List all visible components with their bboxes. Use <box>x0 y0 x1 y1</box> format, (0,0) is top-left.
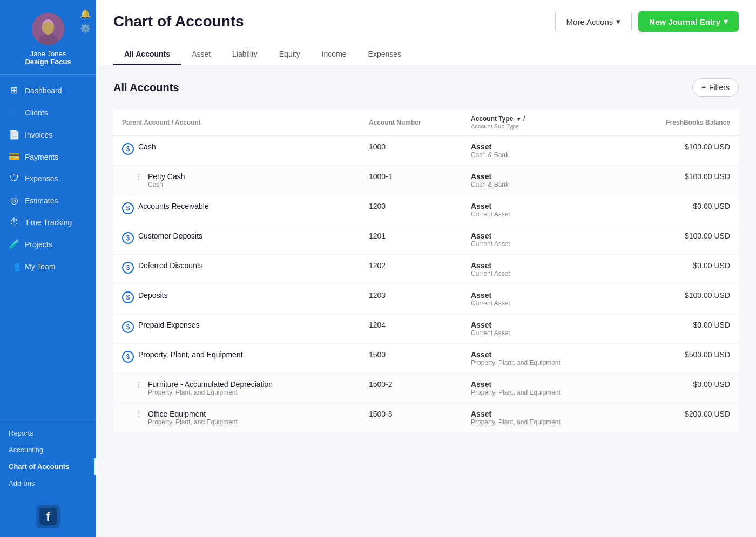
sub-account-connector-icon: ⋮ <box>135 380 143 389</box>
settings-icon[interactable]: ⚙️ <box>80 23 91 33</box>
header-top: Chart of Accounts More Actions ▾ New Jou… <box>113 11 739 42</box>
sidebar-item-label: Payments <box>25 153 58 161</box>
account-number-cell: 1500-3 <box>360 403 462 433</box>
sidebar-item-accounting[interactable]: Accounting <box>0 441 96 458</box>
account-cell: ⋮ Furniture - Accumulated Depreciation P… <box>113 373 360 403</box>
tab-asset[interactable]: Asset <box>181 44 221 65</box>
table-row: $ Cash 1000 Asset Cash & Bank $100.00 US… <box>113 136 739 166</box>
table-row: ⋮ Petty Cash Cash 1000-1 Asset Cash & Ba… <box>113 166 739 195</box>
col-number: Account Number <box>360 110 462 136</box>
user-name: Jane Jones <box>30 50 66 58</box>
new-journal-entry-button[interactable]: New Journal Entry ▾ <box>638 11 739 32</box>
tab-expenses[interactable]: Expenses <box>357 44 412 65</box>
account-number-cell: 1200 <box>360 195 462 225</box>
account-balance-cell: $100.00 USD <box>619 284 739 314</box>
account-balance-cell: $100.00 USD <box>619 166 739 195</box>
account-icon: $ <box>122 202 134 214</box>
account-parent-label: Property, Plant, and Equipment <box>148 389 273 396</box>
account-icon: $ <box>122 321 134 333</box>
sidebar-item-invoices[interactable]: 📄 Invoices <box>0 124 96 146</box>
sidebar-item-reports[interactable]: Reports <box>0 425 96 441</box>
sidebar-secondary: Reports Accounting Chart of Accounts Add… <box>0 420 96 496</box>
account-cell: $ Property, Plant, and Equipment <box>113 344 360 373</box>
sidebar-footer: f <box>0 496 96 537</box>
col-type[interactable]: Account Type ▼ / Account Sub Type <box>462 110 619 136</box>
account-number-cell: 1203 <box>360 284 462 314</box>
main-header: Chart of Accounts More Actions ▾ New Jou… <box>96 0 756 65</box>
more-actions-button[interactable]: More Actions ▾ <box>555 11 632 32</box>
sidebar-item-chart-of-accounts[interactable]: Chart of Accounts <box>0 458 96 475</box>
sidebar-item-time-tracking[interactable]: ⏱ Time Tracking <box>0 212 96 233</box>
tab-all-accounts[interactable]: All Accounts <box>113 44 181 65</box>
table-row: ⋮ Office Equipment Property, Plant, and … <box>113 403 739 433</box>
projects-icon: 🧪 <box>9 239 19 250</box>
sidebar-item-label: Time Tracking <box>25 218 72 227</box>
account-name-text: Petty Cash <box>148 172 185 181</box>
avatar[interactable] <box>32 13 64 45</box>
account-name-text: Office Equipment <box>148 410 238 418</box>
account-type-cell: Asset Property, Plant, and Equipment <box>462 373 619 403</box>
sidebar-nav: ⊞ Dashboard 👤 Clients 📄 Invoices 💳 Payme… <box>0 75 96 420</box>
filters-button[interactable]: ≡ Filters <box>692 78 739 97</box>
page-title: Chart of Accounts <box>113 13 244 30</box>
account-cell: ⋮ Office Equipment Property, Plant, and … <box>113 403 360 433</box>
account-number-cell: 1000-1 <box>360 166 462 195</box>
table-header: Parent Account / Account Account Number … <box>113 110 739 136</box>
clients-icon: 👤 <box>9 107 19 118</box>
sidebar-item-estimates[interactable]: ◎ Estimates <box>0 189 96 212</box>
sidebar-item-label: Projects <box>25 240 52 249</box>
sidebar-item-payments[interactable]: 💳 Payments <box>0 146 96 168</box>
account-balance-cell: $100.00 USD <box>619 136 739 166</box>
account-cell: $ Deferred Discounts <box>113 255 360 284</box>
accounts-table: Parent Account / Account Account Number … <box>113 110 739 433</box>
sidebar-item-dashboard[interactable]: ⊞ Dashboard <box>0 79 96 101</box>
sidebar-item-label: Estimates <box>25 196 58 205</box>
account-name-text: Deferred Discounts <box>138 261 203 270</box>
sidebar-header: 🔔 ⚙️ Jane Jones Design Focus <box>0 0 96 75</box>
tab-income[interactable]: Income <box>311 44 357 65</box>
account-name-text: Accounts Receivable <box>138 202 209 210</box>
account-number-cell: 1500 <box>360 344 462 373</box>
account-type-cell: Asset Current Asset <box>462 255 619 284</box>
account-cell: $ Cash <box>113 136 360 166</box>
sidebar-item-label: Invoices <box>25 131 52 139</box>
content-header: All Accounts ≡ Filters <box>113 78 739 97</box>
account-cell: $ Prepaid Expenses <box>113 314 360 344</box>
account-type-cell: Asset Current Asset <box>462 195 619 225</box>
notification-icon[interactable]: 🔔 <box>80 9 91 19</box>
account-type-cell: Asset Current Asset <box>462 284 619 314</box>
estimates-icon: ◎ <box>9 195 19 206</box>
sidebar-item-projects[interactable]: 🧪 Projects <box>0 233 96 255</box>
sidebar-item-add-ons[interactable]: Add-ons <box>0 475 96 492</box>
account-balance-cell: $0.00 USD <box>619 373 739 403</box>
account-type-cell: Asset Current Asset <box>462 225 619 255</box>
account-number-cell: 1500-2 <box>360 373 462 403</box>
account-name-text: Customer Deposits <box>138 232 202 240</box>
my-team-icon: 👥 <box>9 261 19 272</box>
account-parent-label: Cash <box>148 181 185 188</box>
sidebar-item-label: My Team <box>25 262 56 271</box>
payments-icon: 💳 <box>9 151 19 162</box>
sort-icon: ▼ <box>516 116 522 122</box>
account-parent-label: Property, Plant, and Equipment <box>148 418 238 426</box>
sidebar-item-clients[interactable]: 👤 Clients <box>0 101 96 124</box>
sub-account-connector-icon: ⋮ <box>135 172 143 181</box>
account-icon: $ <box>122 351 134 363</box>
account-balance-cell: $0.00 USD <box>619 195 739 225</box>
account-name-text: Deposits <box>138 291 167 300</box>
tab-equity[interactable]: Equity <box>268 44 311 65</box>
account-type-cell: Asset Property, Plant, and Equipment <box>462 344 619 373</box>
sidebar-item-my-team[interactable]: 👥 My Team <box>0 255 96 277</box>
account-balance-cell: $0.00 USD <box>619 314 739 344</box>
account-name-text: Property, Plant, and Equipment <box>138 350 243 359</box>
sub-account-connector-icon: ⋮ <box>135 410 143 418</box>
account-name-text: Furniture - Accumulated Depreciation <box>148 380 273 389</box>
sidebar-item-expenses[interactable]: 🛡 Expenses <box>0 168 96 189</box>
svg-point-3 <box>42 22 54 35</box>
content-area: All Accounts ≡ Filters Parent Account / … <box>96 65 756 537</box>
account-balance-cell: $0.00 USD <box>619 255 739 284</box>
account-number-cell: 1202 <box>360 255 462 284</box>
sidebar-item-label: Clients <box>25 108 48 117</box>
tab-liability[interactable]: Liability <box>221 44 268 65</box>
dashboard-icon: ⊞ <box>9 85 19 96</box>
